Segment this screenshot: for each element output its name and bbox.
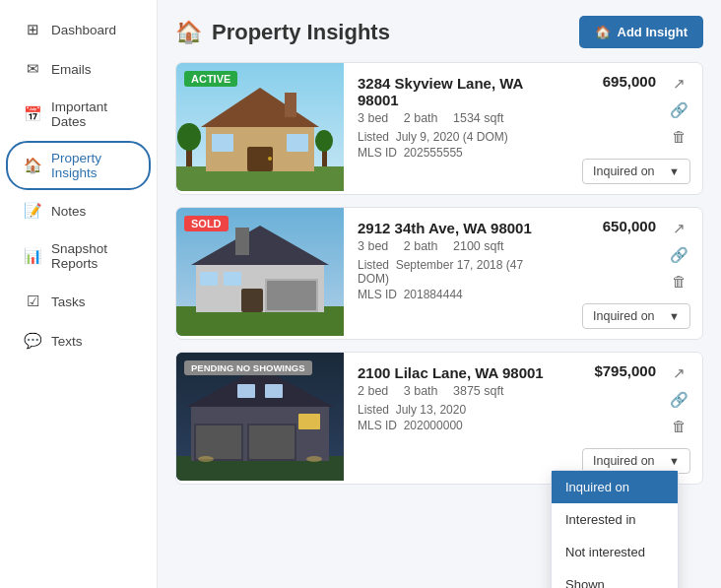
property-image: ACTIVE: [176, 63, 344, 191]
property-price: $795,000: [594, 362, 656, 379]
inquiry-status-dropdown[interactable]: Inquired on ▼: [582, 303, 690, 329]
action-icons: ↗ 🔗 🗑: [668, 362, 690, 436]
svg-rect-20: [200, 272, 218, 286]
svg-rect-33: [298, 414, 320, 429]
property-listed: Listed September 17, 2018 (47 DOM): [358, 258, 551, 286]
sidebar-item-texts[interactable]: 💬 Texts: [6, 322, 151, 359]
action-icons: ↗ 🔗 🗑: [668, 218, 690, 292]
sidebar-item-label: Emails: [51, 62, 92, 77]
property-address: 2912 34th Ave, WA 98001: [358, 220, 551, 236]
property-listed: Listed July 9, 2020 (4 DOM): [358, 130, 551, 144]
svg-rect-22: [235, 228, 249, 255]
svg-rect-18: [267, 281, 316, 310]
property-image: PENDING NO SHOWINGS: [176, 353, 344, 481]
property-details: 3 bed 2 bath 2100 sqft: [358, 239, 551, 253]
sidebar-item-label: Important Dates: [51, 99, 133, 129]
delete-icon[interactable]: 🗑: [670, 416, 688, 436]
inquiry-status-label: Inquired on: [593, 454, 655, 468]
property-card: PENDING NO SHOWINGS 2100 Lilac Lane, WA …: [175, 352, 703, 485]
property-card: ACTIVE 3284 Skyview Lane, WA 98001 3 bed…: [175, 62, 703, 195]
sidebar-item-property-insights[interactable]: 🏠 Property Insights: [6, 141, 151, 190]
page-title-wrap: 🏠 Property Insights: [175, 20, 390, 45]
svg-rect-19: [241, 289, 263, 312]
sidebar-item-dashboard[interactable]: ⊞ Dashboard: [6, 11, 151, 48]
status-badge: PENDING NO SHOWINGS: [184, 360, 312, 375]
sidebar-item-label: Tasks: [51, 294, 86, 309]
property-details: 2 bed 3 bath 3875 sqft: [358, 384, 551, 398]
status-badge: SOLD: [184, 216, 229, 231]
action-icons: ↗ 🔗 🗑: [668, 73, 690, 147]
page-header: 🏠 Property Insights 🏠 Add Insight: [175, 16, 703, 48]
home-icon: 🏠: [24, 157, 41, 174]
svg-point-35: [306, 456, 322, 462]
property-info-section: 2100 Lilac Lane, WA 98001 2 bed 3 bath 3…: [344, 353, 564, 484]
property-info: 2912 34th Ave, WA 98001 3 bed 2 bath 210…: [344, 208, 564, 339]
property-info-section: 2912 34th Ave, WA 98001 3 bed 2 bath 210…: [344, 208, 564, 339]
sidebar-item-label: Property Insights: [51, 151, 133, 180]
price-and-icons: 650,000 ↗ 🔗 🗑: [570, 218, 690, 292]
sqft: 1534 sqft: [453, 111, 503, 125]
dashboard-icon: ⊞: [24, 21, 41, 38]
svg-point-34: [198, 456, 214, 462]
chevron-down-icon: ▼: [669, 310, 680, 322]
property-info: 3284 Skyview Lane, WA 98001 3 bed 2 bath…: [344, 63, 564, 194]
tasks-icon: ☑: [24, 293, 41, 310]
svg-rect-30: [249, 425, 295, 459]
inquiry-status-label: Inquired on: [593, 164, 655, 178]
dropdown-option[interactable]: Not interested: [552, 536, 678, 568]
baths: 3 bath: [404, 384, 438, 398]
external-link-icon[interactable]: ↗: [671, 218, 688, 239]
page-title: Property Insights: [212, 20, 390, 45]
property-list: ACTIVE 3284 Skyview Lane, WA 98001 3 bed…: [175, 62, 703, 485]
notes-icon: 📝: [24, 202, 41, 220]
link-icon[interactable]: 🔗: [668, 389, 690, 411]
page-title-icon: 🏠: [175, 20, 202, 45]
property-address: 2100 Lilac Lane, WA 98001: [358, 364, 551, 381]
chevron-down-icon: ▼: [669, 455, 680, 467]
property-info: 2100 Lilac Lane, WA 98001 2 bed 3 bath 3…: [344, 353, 564, 484]
svg-point-12: [315, 130, 333, 152]
sidebar-item-label: Snapshot Reports: [51, 241, 133, 271]
dropdown-option[interactable]: Inquired on: [552, 471, 678, 503]
email-icon: ✉: [24, 60, 41, 78]
svg-rect-31: [237, 384, 255, 398]
sidebar-item-label: Texts: [51, 334, 83, 349]
delete-icon[interactable]: 🗑: [670, 271, 688, 292]
dropdown-wrap: Inquired on ▼: [582, 151, 690, 184]
baths: 2 bath: [404, 111, 438, 125]
calendar-icon: 📅: [24, 105, 41, 123]
sidebar-item-label: Dashboard: [51, 23, 116, 37]
dropdown-menu: Inquired on Interested in Not interested…: [551, 470, 679, 588]
property-listed: Listed July 13, 2020: [358, 403, 551, 417]
inquiry-status-dropdown[interactable]: Inquired on ▼: [582, 159, 690, 184]
svg-rect-7: [287, 134, 308, 152]
sidebar-item-tasks[interactable]: ☑ Tasks: [6, 283, 151, 320]
beds: 3 bed: [358, 239, 388, 253]
baths: 2 bath: [404, 239, 438, 253]
add-insight-button[interactable]: 🏠 Add Insight: [579, 16, 704, 48]
property-details: 3 bed 2 bath 1534 sqft: [358, 111, 551, 125]
sidebar: ⊞ Dashboard ✉ Emails 📅 Important Dates 🏠…: [0, 0, 158, 588]
sidebar-item-important-dates[interactable]: 📅 Important Dates: [6, 90, 151, 139]
dropdown-option[interactable]: Interested in: [552, 503, 678, 536]
sqft: 3875 sqft: [453, 384, 503, 398]
delete-icon[interactable]: 🗑: [670, 126, 688, 147]
status-badge: ACTIVE: [184, 71, 237, 87]
external-link-icon[interactable]: ↗: [671, 73, 688, 95]
dropdown-option[interactable]: Shown: [552, 568, 678, 588]
sidebar-item-emails[interactable]: ✉ Emails: [6, 50, 151, 88]
beds: 2 bed: [358, 384, 388, 398]
svg-rect-32: [265, 384, 283, 398]
sidebar-item-snapshot-reports[interactable]: 📊 Snapshot Reports: [6, 231, 151, 281]
dropdown-wrap: Inquired on ▼: [582, 295, 690, 329]
sidebar-item-notes[interactable]: 📝 Notes: [6, 192, 151, 229]
link-icon[interactable]: 🔗: [668, 99, 690, 121]
property-actions: 650,000 ↗ 🔗 🗑 Inquired on ▼: [564, 208, 702, 339]
property-price: 695,000: [603, 73, 656, 90]
external-link-icon[interactable]: ↗: [671, 362, 688, 384]
dropdown-wrap: Inquired on ▼ Inquired on Interested in …: [582, 440, 690, 474]
svg-point-10: [177, 123, 201, 151]
svg-rect-21: [224, 272, 241, 286]
chevron-down-icon: ▼: [669, 165, 680, 177]
link-icon[interactable]: 🔗: [668, 244, 690, 266]
